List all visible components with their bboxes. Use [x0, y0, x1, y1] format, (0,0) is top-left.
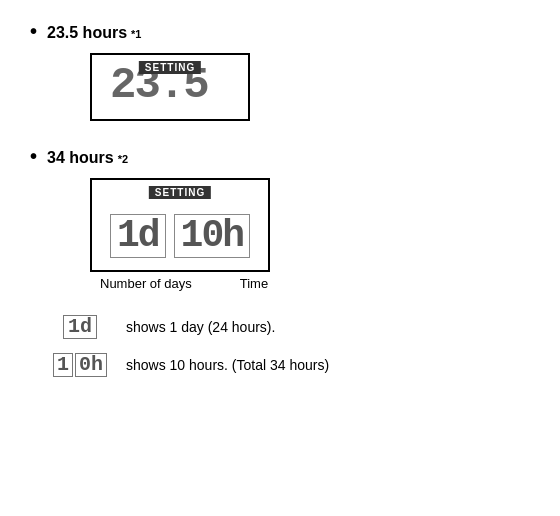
display-1d-box: 1d — [110, 214, 166, 258]
display-10h-value: 10h — [181, 217, 243, 255]
desc-text-2: shows 10 hours. (Total 34 hours) — [126, 357, 329, 373]
desc-1d-box: 1d — [63, 315, 97, 339]
desc-text-1: shows 1 day (24 hours). — [126, 319, 275, 335]
desc-1d-char: 1d — [68, 317, 92, 337]
label-time: Time — [240, 276, 268, 291]
desc-10h-box: 0h — [75, 353, 107, 377]
desc-icon-2: 1 0h — [50, 353, 110, 377]
bullet-dot-1: • — [30, 20, 37, 43]
section-23-hours: • 23.5 hours *1 SETTING 23.5 — [30, 20, 530, 121]
desc-1-box: 1 — [53, 353, 73, 377]
desc-1-char: 1 — [57, 355, 69, 375]
setting-label-1: SETTING — [139, 61, 201, 74]
lcd-display-1: SETTING 23.5 — [90, 53, 250, 121]
setting-label-2: SETTING — [149, 186, 211, 199]
display-1d-value: 1d — [117, 217, 159, 255]
desc-10h-char: 0h — [79, 355, 103, 375]
section2-title-text: 34 hours — [47, 149, 114, 167]
desc-row-2: 1 0h shows 10 hours. (Total 34 hours) — [50, 353, 530, 377]
label-number-of-days: Number of days — [100, 276, 192, 291]
section2-footnote: *2 — [118, 153, 128, 165]
lcd-display-2: SETTING 1d 10h — [90, 178, 270, 272]
desc-row-1: 1d shows 1 day (24 hours). — [50, 315, 530, 339]
section1-footnote: *1 — [131, 28, 141, 40]
section1-title-text: 23.5 hours — [47, 24, 127, 42]
section1-title: • 23.5 hours *1 — [30, 20, 530, 43]
display-10h-box: 10h — [174, 214, 250, 258]
section2-title: • 34 hours *2 — [30, 145, 530, 168]
desc-icon-1: 1d — [50, 315, 110, 339]
descriptions: 1d shows 1 day (24 hours). 1 0h shows 10… — [50, 315, 530, 377]
bullet-dot-2: • — [30, 145, 37, 168]
section-34-hours: • 34 hours *2 SETTING 1d 10h Number of d — [30, 145, 530, 291]
display-labels: Number of days Time — [90, 276, 530, 291]
